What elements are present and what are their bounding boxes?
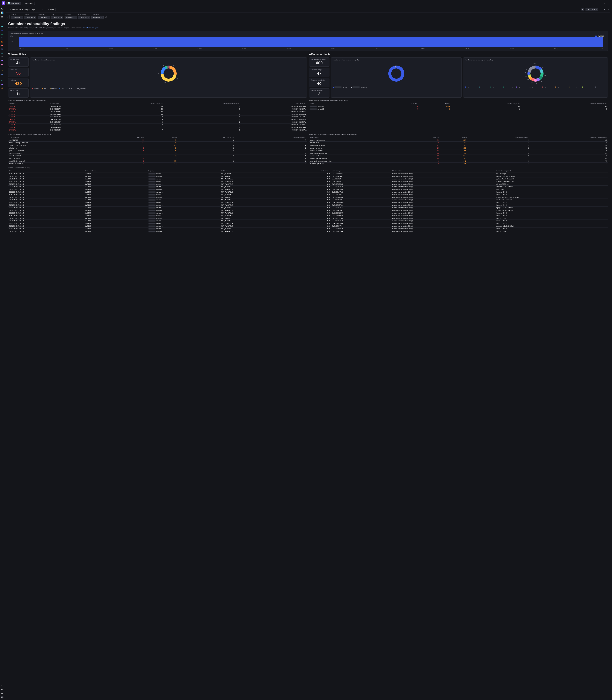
- subtitle-link[interactable]: Security events ingest⧉: [83, 27, 100, 29]
- table-row[interactable]: CRITICALCVE-2021-468481226/25/2024, 5:15…: [8, 110, 307, 113]
- table-row[interactable]: 6/25/2024, 5:17:20 AMAWS ECR.us-east-1NO…: [8, 180, 608, 183]
- filter-select-vulnerability[interactable]: 1 selected▾: [78, 16, 90, 19]
- overflow-icon[interactable]: ⋮: [607, 2, 610, 5]
- column-header[interactable]: Registry⇅ ▾: [309, 102, 381, 105]
- table-row[interactable]: deception-python-dev9141|171: [309, 162, 608, 165]
- table-row[interactable]: unguard-ad-service1851|234: [309, 149, 608, 152]
- table-row[interactable]: 6/25/2024, 5:17:20 AMAWS ECR.us-east-1NO…: [8, 175, 608, 178]
- column-header[interactable]: Vulnerable components⇅ ▾: [164, 102, 241, 105]
- timerange-select[interactable]: Last 7 days▾: [585, 8, 598, 11]
- add-widget-button[interactable]: +: [581, 8, 584, 11]
- column-header[interactable]: High⇅ ▾: [145, 136, 178, 139]
- table-row[interactable]: CRITICALCVE-2022-1586926/25/2024, 5:15:5…: [8, 118, 307, 121]
- table-row[interactable]: 6/25/2024, 5:17:20 AMAWS ECR.us-east-1NO…: [8, 230, 608, 233]
- table-row[interactable]: libtasn1-6:4.16.0-280|78: [8, 155, 307, 157]
- close-button[interactable]: [6, 8, 9, 11]
- column-header[interactable]: Vulnerability⇅ ▾: [331, 170, 391, 172]
- logo-icon[interactable]: [2, 1, 5, 5]
- table-row[interactable]: unguard-ad-service18100|2101: [309, 147, 608, 149]
- filter-icon-button[interactable]: [6, 15, 10, 19]
- legend-item[interactable]: MEDIUM: [50, 88, 57, 89]
- filter-select-repository[interactable]: 1 selected▾: [38, 16, 50, 19]
- sidebar-app-10[interactable]: ⊙: [1, 55, 3, 58]
- sidebar-app-5[interactable]: 🛡: [1, 37, 3, 39]
- table-row[interactable]: 6/25/2024, 5:17:20 AMAWS ECR.us-east-1NO…: [8, 196, 608, 199]
- sidebar-app-2[interactable]: ⬢: [1, 25, 3, 28]
- table-row[interactable]: 6/25/2024, 5:17:20 AMAWS ECR.us-east-1NO…: [8, 220, 608, 222]
- table-row[interactable]: 6/25/2024, 5:17:20 AMAWS ECR.us-east-1NO…: [8, 217, 608, 220]
- table-row[interactable]: expat:2.2.10-2+deb11u3716|33: [8, 160, 307, 162]
- legend-item[interactable]: .us-east-1: [333, 86, 348, 88]
- dropdown-icon[interactable]: ▾: [603, 8, 606, 11]
- column-header[interactable]: Vulnerable component⇅ ▾: [496, 170, 608, 172]
- table-row[interactable]: 6/25/2024, 5:17:20 AMAWS ECR.us-east-1NO…: [8, 186, 608, 188]
- breadcrumb-dashboards[interactable]: 📊Dashboards: [6, 2, 21, 5]
- legend-item[interactable]: NOT_AVAILABLE: [74, 88, 86, 89]
- new-dashboard-button[interactable]: +Dashboard: [22, 2, 34, 5]
- help-icon[interactable]: ?: [603, 2, 606, 5]
- table-row[interactable]: 6/25/2024, 5:17:20 AMAWS ECR.us-east-1NO…: [8, 194, 608, 196]
- donut-segment[interactable]: [170, 66, 177, 75]
- column-header[interactable]: Risk level⇅ ▾: [8, 102, 49, 105]
- donut-segment[interactable]: [161, 74, 177, 82]
- table-row[interactable]: CRITICALCVE-2023-458532976/25/2024, 5:15…: [8, 105, 307, 108]
- refresh-icon[interactable]: ⟳: [599, 8, 602, 11]
- column-header[interactable]: Risk score⇅ ▾: [281, 170, 331, 172]
- table-row[interactable]: 6/25/2024, 5:17:20 AMAWS ECR.us-east-1NO…: [8, 212, 608, 214]
- column-header[interactable]: Repositories⇅ ▾: [178, 136, 235, 139]
- table-row[interactable]: 6/25/2024, 5:17:20 AMAWS ECR.us-east-1NO…: [8, 172, 608, 175]
- table-row[interactable]: 6/25/2024, 5:17:20 AMAWS ECR.us-east-1NO…: [8, 206, 608, 209]
- sidebar-app-12[interactable]: ◆: [1, 63, 3, 66]
- table-row[interactable]: glibc:2.28-1088|22: [8, 147, 307, 149]
- table-row[interactable]: .us-east-12382,37446600: [309, 105, 608, 108]
- sidebar-item-dashboards[interactable]: 📊: [1, 11, 3, 14]
- sidebar-app-7[interactable]: ⬣: [1, 44, 3, 47]
- table-row[interactable]: 6/25/2024, 5:17:20 AMAWS ECR.us-east-1NO…: [8, 178, 608, 180]
- column-header[interactable]: Critical⇅ ▾: [105, 136, 145, 139]
- donut-segment[interactable]: [161, 67, 166, 74]
- sidebar-app-6[interactable]: 🔥: [1, 40, 3, 43]
- table-row[interactable]: aom:1.0.0.errata1-386|22: [8, 152, 307, 155]
- column-header[interactable]: Repository⇅ ▾: [309, 136, 405, 139]
- settings-icon[interactable]: ⚙: [607, 8, 610, 11]
- table-row[interactable]: expat:2.2.6-2+deb10u1710|11: [8, 162, 307, 165]
- column-header[interactable]: High⇅ ▾: [440, 136, 468, 139]
- table-row[interactable]: CRITICALCVE-2023-257751296/25/2024, 5:15…: [8, 108, 307, 110]
- share-button[interactable]: ⮹Share: [46, 8, 56, 11]
- legend-item[interactable]: Other: [595, 86, 600, 88]
- table-row[interactable]: zlib:1:1.2.13.dfsg-180|78: [8, 157, 307, 160]
- legend-item[interactable]: unguar…rontend: [542, 86, 553, 88]
- table-row[interactable]: unguard-user-simulator21296|2136: [309, 144, 608, 147]
- sidebar-app-17[interactable]: ◉: [1, 86, 3, 89]
- table-row[interactable]: CRITICALCVE-2022-2068826/25/2024, 5:15:1…: [8, 124, 307, 126]
- filter-select-component[interactable]: 1 selected▾: [92, 16, 103, 19]
- table-row[interactable]: python2.7:2.7.16-2+deb10u1828|44: [8, 144, 307, 147]
- table-row[interactable]: zlib:1:1.2.11.dfsg-2+deb11u1121|67: [8, 142, 307, 144]
- sidebar-item-apps[interactable]: ▦: [1, 15, 3, 18]
- table-row[interactable]: unguard-microblog-service1637|239: [309, 152, 608, 155]
- legend-item[interactable]: unguard-…nerator: [465, 86, 476, 88]
- table-row[interactable]: CRITICALCVE-2023-38408726/25/2024, 5:15:…: [8, 129, 307, 131]
- table-row[interactable]: 6/25/2024, 5:17:20 AMAWS ECR.us-east-1NO…: [8, 191, 608, 194]
- table-row[interactable]: glibc:2.28-10+deb10u188|22: [8, 149, 307, 152]
- column-header[interactable]: High⇅ ▾: [419, 102, 451, 105]
- column-header[interactable]: Vulnerability⇅ ▾: [49, 102, 101, 105]
- table-row[interactable]: insecure-bank2240|146: [309, 142, 608, 144]
- legend-item[interactable]: .us-east-1: [351, 86, 366, 88]
- legend-item[interactable]: team-g…t-image: [503, 86, 514, 88]
- table-row[interactable]: .us-east-13315: [309, 108, 608, 110]
- sidebar-app-9[interactable]: ◎: [1, 52, 3, 55]
- column-header[interactable]: Critical⇅ ▾: [381, 102, 419, 105]
- table-row[interactable]: 6/25/2024, 5:17:20 AMAWS ECR.us-east-1NO…: [8, 228, 608, 230]
- sidebar-app-11[interactable]: ⬢: [1, 59, 3, 62]
- sidebar-app-4[interactable]: ◉: [1, 33, 3, 35]
- filter-select-tag[interactable]: 1 selected▾: [51, 16, 63, 19]
- sidebar-item-search[interactable]: 🔍: [1, 8, 3, 11]
- sidebar-app-15[interactable]: ⬡: [1, 79, 3, 82]
- sidebar-launcher-icon[interactable]: ▦: [1, 692, 3, 695]
- cloud-icon[interactable]: ☁: [41, 8, 44, 11]
- table-row[interactable]: 6/25/2024, 5:17:20 AMAWS ECR.us-east-1NO…: [8, 201, 608, 204]
- table-row[interactable]: pcre2:10.36-2140|67: [8, 139, 307, 142]
- table-row[interactable]: 6/25/2024, 5:17:20 AMAWS ECR.us-east-1NO…: [8, 209, 608, 212]
- legend-item[interactable]: CRITICAL: [32, 88, 40, 89]
